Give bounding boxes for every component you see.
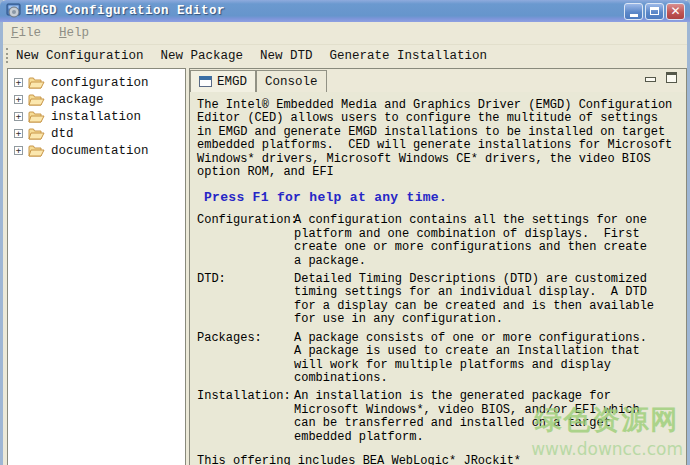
tree-item-label: dtd — [51, 127, 74, 141]
main-area: +configuration+package+installation+dtd+… — [3, 66, 687, 465]
tree-item-label: configuration — [51, 76, 149, 90]
tree-item-documentation[interactable]: +documentation — [8, 142, 185, 159]
folder-icon — [28, 127, 45, 140]
maximize-icon — [650, 7, 659, 15]
window-title: EMGD Configuration Editor — [25, 4, 624, 18]
tree-item-label: documentation — [51, 144, 149, 158]
tree-item-configuration[interactable]: +configuration — [8, 74, 185, 91]
expand-icon[interactable]: + — [14, 78, 23, 87]
window-controls: ✕ — [624, 3, 685, 20]
expand-icon[interactable]: + — [14, 129, 23, 138]
toolbar-button-new-configuration[interactable]: New Configuration — [16, 49, 144, 63]
toolbar-button-new-package[interactable]: New Package — [161, 49, 244, 63]
tab-label: Console — [265, 75, 318, 89]
tab-emgd[interactable]: EMGD — [190, 70, 256, 93]
menu-bar: FileHelp — [3, 22, 687, 45]
footer-note: This offering includes BEA WebLogic* JRo… — [197, 454, 682, 465]
definition-term: Installation: — [197, 390, 294, 444]
toolbar-button-generate-installation[interactable]: Generate Installation — [330, 49, 488, 63]
window-icon — [199, 76, 212, 87]
close-button[interactable]: ✕ — [666, 3, 685, 20]
maximize-button[interactable] — [645, 3, 664, 20]
toolbar-button-new-dtd[interactable]: New DTD — [260, 49, 313, 63]
minimize-button[interactable] — [624, 3, 643, 20]
menu-file[interactable]: File — [11, 26, 41, 40]
help-banner: Press F1 for help at any time. — [204, 190, 682, 205]
definition-text: An installation is the generated package… — [294, 390, 640, 444]
view-maximize-icon[interactable] — [666, 72, 677, 83]
tree-item-label: package — [51, 93, 104, 107]
titlebar[interactable]: EMGD Configuration Editor ✕ — [0, 0, 690, 22]
menu-help[interactable]: Help — [59, 26, 89, 40]
tabs: EMGDConsole — [190, 70, 327, 93]
tree-item-installation[interactable]: +installation — [8, 108, 185, 125]
navigation-tree-panel: +configuration+package+installation+dtd+… — [7, 68, 186, 465]
definition-term: Configuration: — [197, 214, 294, 268]
tab-bar: EMGDConsole — [190, 69, 686, 93]
toolbar: New ConfigurationNew PackageNew DTDGener… — [3, 45, 687, 66]
expand-icon[interactable]: + — [14, 112, 23, 121]
close-icon: ✕ — [670, 5, 680, 17]
definition-text: A package consists of one or more config… — [294, 332, 647, 386]
expand-icon[interactable]: + — [14, 146, 23, 155]
folder-icon — [28, 93, 45, 106]
editor-panel: EMGDConsole The Intel® Embedded Media an… — [189, 68, 687, 465]
definition-configuration: Configuration:A configuration contains a… — [197, 214, 682, 268]
definition-dtd: DTD:Detailed Timing Descriptions (DTD) a… — [197, 273, 682, 327]
view-controls — [645, 75, 677, 83]
tab-label: EMGD — [217, 75, 247, 89]
definition-text: Detailed Timing Descriptions (DTD) are c… — [294, 273, 654, 327]
definition-term: Packages: — [197, 332, 294, 386]
tree-item-label: installation — [51, 110, 141, 124]
tree-item-dtd[interactable]: +dtd — [8, 125, 185, 142]
tree-item-package[interactable]: +package — [8, 91, 185, 108]
folder-icon — [28, 110, 45, 123]
view-minimize-icon[interactable] — [645, 77, 656, 82]
minimize-icon — [630, 14, 638, 17]
expand-icon[interactable]: + — [14, 95, 23, 104]
definition-packages: Packages:A package consists of one or mo… — [197, 332, 682, 386]
definition-term: DTD: — [197, 273, 294, 327]
definitions-list: Configuration:A configuration contains a… — [197, 214, 682, 444]
intro-paragraph: The Intel® Embedded Media and Graphics D… — [197, 99, 682, 179]
definition-text: A configuration contains all the setting… — [294, 214, 647, 268]
folder-icon — [28, 144, 45, 157]
definition-installation: Installation:An installation is the gene… — [197, 390, 682, 444]
folder-icon — [28, 76, 45, 89]
tab-console[interactable]: Console — [256, 70, 327, 93]
toolbar-grip-handle[interactable] — [6, 48, 10, 63]
app-window: EMGD Configuration Editor ✕ FileHelp New… — [0, 0, 690, 465]
emgd-welcome-content: The Intel® Embedded Media and Graphics D… — [190, 92, 686, 465]
app-icon — [6, 3, 22, 19]
